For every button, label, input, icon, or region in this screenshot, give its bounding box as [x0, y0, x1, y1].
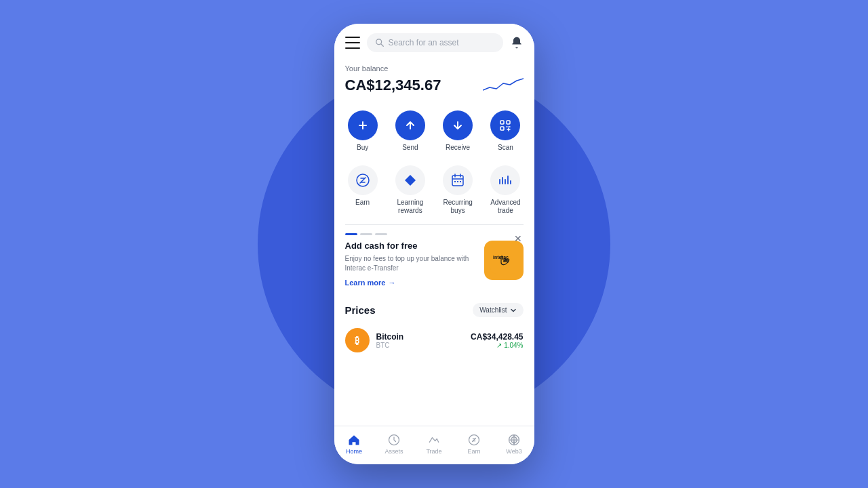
earn-icon-circle: [348, 165, 378, 195]
promo-dot-3: [375, 233, 387, 235]
svg-rect-2: [500, 121, 504, 124]
calendar-icon: [450, 173, 465, 188]
buy-icon-circle: [348, 110, 378, 140]
plus-icon: [357, 119, 369, 131]
menu-button[interactable]: [345, 37, 360, 49]
bitcoin-icon: ₿: [345, 328, 370, 352]
promo-content: Add cash for free Enjoy no fees to top u…: [345, 241, 524, 287]
promo-pagination: [345, 233, 524, 235]
receive-button[interactable]: Receive: [435, 106, 481, 156]
receive-label: Receive: [446, 144, 470, 152]
nav-trade[interactable]: Trade: [414, 430, 454, 458]
svg-rect-9: [460, 181, 461, 182]
balance-amount: CA$12,345.67: [345, 77, 441, 94]
recurring-buys-button[interactable]: Recurring buys: [435, 161, 481, 219]
promo-learn-more-link[interactable]: Learn more →: [345, 279, 477, 287]
prices-section: Prices Watchlist ₿ Bitcoin BTC CA$34,428…: [334, 296, 534, 426]
earn-label: Earn: [355, 199, 370, 207]
chevron-down-icon: [510, 307, 517, 314]
send-icon-circle: [395, 110, 425, 140]
trade-nav-label: Trade: [426, 448, 441, 455]
actions-grid-row1: Buy Send Receive: [334, 104, 534, 161]
prices-title: Prices: [345, 304, 376, 316]
header: Search for an asset: [334, 24, 534, 59]
prices-header: Prices Watchlist: [345, 303, 524, 317]
bottom-nav: Home Assets Trade: [334, 426, 534, 464]
search-icon: [375, 38, 384, 47]
learning-icon-circle: [395, 165, 425, 195]
send-button[interactable]: Send: [387, 106, 433, 156]
bitcoin-row[interactable]: ₿ Bitcoin BTC CA$34,428.45 ↗ 1.04%: [345, 324, 524, 357]
promo-close-button[interactable]: ✕: [511, 232, 525, 245]
interac-symbol: interac: [490, 247, 517, 274]
earn-button[interactable]: Earn: [340, 161, 386, 219]
home-nav-icon: [347, 433, 361, 447]
bitcoin-name: Bitcoin: [376, 332, 465, 342]
receive-icon-circle: [443, 110, 473, 140]
nav-home[interactable]: Home: [334, 430, 374, 458]
recurring-icon-circle: [443, 165, 473, 195]
balance-label: Your balance: [345, 64, 524, 73]
learning-label: Learning rewards: [389, 199, 432, 215]
learning-rewards-button[interactable]: Learning rewards: [387, 161, 433, 219]
home-nav-label: Home: [346, 448, 362, 455]
advanced-trade-icon: [498, 173, 513, 188]
svg-rect-6: [452, 176, 463, 186]
buy-button[interactable]: Buy: [340, 106, 386, 156]
svg-rect-8: [457, 181, 458, 182]
assets-nav-label: Assets: [384, 448, 403, 455]
learn-more-text: Learn more: [345, 279, 386, 287]
trade-nav-icon: [427, 433, 441, 447]
promo-title: Add cash for free: [345, 241, 477, 251]
nav-assets[interactable]: Assets: [374, 430, 414, 458]
watchlist-label: Watchlist: [479, 306, 507, 314]
recurring-label: Recurring buys: [436, 199, 479, 215]
bitcoin-price-col: CA$34,428.45 ↗ 1.04%: [471, 332, 523, 349]
bitcoin-ticker: BTC: [376, 342, 465, 349]
assets-nav-icon: [387, 433, 401, 447]
promo-dot-1: [345, 233, 357, 235]
diamond-icon: [403, 173, 418, 188]
arrow-right-icon: →: [388, 279, 395, 287]
svg-rect-3: [507, 121, 510, 124]
sparkline-chart: [483, 75, 524, 96]
bitcoin-info: Bitcoin BTC: [376, 332, 465, 349]
scan-button[interactable]: Scan: [482, 106, 528, 156]
web3-nav-label: Web3: [506, 448, 521, 455]
nav-web3[interactable]: Web3: [494, 430, 534, 458]
svg-rect-7: [454, 181, 456, 182]
bitcoin-change: ↗ 1.04%: [471, 342, 523, 349]
notification-bell-icon[interactable]: [510, 36, 524, 49]
send-icon: [404, 119, 416, 131]
bitcoin-price: CA$34,428.45: [471, 332, 523, 342]
actions-grid-row2: Earn Learning rewards: [334, 161, 534, 224]
search-bar[interactable]: Search for an asset: [367, 33, 503, 52]
web3-nav-icon: [507, 433, 521, 447]
advanced-trade-button[interactable]: Advanced trade: [482, 161, 528, 219]
promo-description: Enjoy no fees to top up your balance wit…: [345, 254, 477, 273]
scan-label: Scan: [498, 144, 513, 152]
send-label: Send: [402, 144, 418, 152]
earn-icon: [355, 173, 370, 188]
watchlist-button[interactable]: Watchlist: [473, 303, 523, 317]
promo-text: Add cash for free Enjoy no fees to top u…: [345, 241, 477, 287]
scan-icon: [499, 119, 511, 131]
svg-rect-4: [500, 127, 504, 130]
buy-label: Buy: [357, 144, 368, 152]
promo-dot-2: [360, 233, 372, 235]
balance-section: Your balance CA$12,345.67: [334, 59, 534, 104]
nav-earn[interactable]: Earn: [454, 430, 494, 458]
interac-logo: interac: [484, 241, 524, 280]
receive-icon: [452, 119, 464, 131]
svg-line-1: [380, 44, 383, 47]
advanced-label: Advanced trade: [484, 199, 527, 215]
earn-nav-label: Earn: [467, 448, 480, 455]
search-placeholder: Search for an asset: [389, 38, 459, 47]
earn-nav-icon: [467, 433, 481, 447]
promo-card: ✕ Add cash for free Enjoy no fees to top…: [334, 225, 534, 296]
scan-icon-circle: [490, 110, 520, 140]
phone-frame: Search for an asset Your balance CA$12,3…: [334, 24, 534, 464]
advanced-icon-circle: [490, 165, 520, 195]
